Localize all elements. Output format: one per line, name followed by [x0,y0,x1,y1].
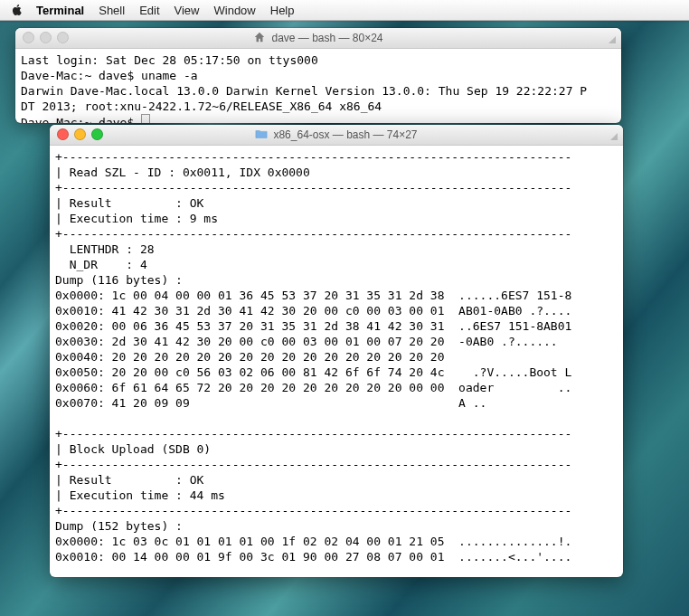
terminal-line: 0x0070: 41 20 09 09 A .. [55,396,486,410]
terminal-body[interactable]: +---------------------------------------… [50,146,623,568]
system-menubar: Terminal Shell Edit View Window Help [0,0,689,21]
terminal-line: 0x0040: 20 20 20 20 20 20 20 20 20 20 20… [55,350,571,364]
terminal-line: +---------------------------------------… [55,504,571,517]
terminal-line: 0x0050: 20 20 00 c0 56 03 02 06 00 81 42… [55,365,571,379]
menu-edit[interactable]: Edit [139,4,159,17]
terminal-line: 0x0010: 00 14 00 00 01 9f 00 3c 01 90 00… [55,550,571,564]
terminal-line: 0x0030: 2d 30 41 42 30 20 00 c0 00 03 00… [55,335,571,348]
minimize-icon[interactable] [74,128,86,140]
terminal-window-2[interactable]: x86_64-osx — bash — 74×27 +-------------… [50,125,623,577]
zoom-icon[interactable] [91,128,103,140]
close-icon[interactable] [57,128,69,140]
folder-icon [255,128,268,143]
terminal-line: +---------------------------------------… [55,458,571,471]
terminal-line: +---------------------------------------… [55,150,571,164]
terminal-line: 0x0020: 00 06 36 45 53 37 20 31 35 31 2d… [55,319,571,333]
proxy-corner-icon[interactable] [605,33,616,43]
traffic-lights [57,128,103,140]
terminal-line: 0x0000: 1c 03 0c 01 01 01 01 00 1f 02 02… [55,535,571,548]
terminal-body[interactable]: Last login: Sat Dec 28 05:17:50 on ttys0… [15,49,621,123]
menubar-app-name[interactable]: Terminal [36,4,84,17]
menu-shell[interactable]: Shell [99,4,125,17]
terminal-line: | Read SZL - ID : 0x0011, IDX 0x0000 [55,166,310,179]
terminal-line: Last login: Sat Dec 28 05:17:50 on ttys0… [21,53,318,67]
window-title: x86_64-osx — bash — 74×27 [273,128,417,141]
zoom-icon[interactable] [57,32,69,43]
terminal-line: +---------------------------------------… [55,181,571,194]
home-icon [253,31,266,46]
terminal-line: | Execution time : 9 ms [55,212,218,225]
terminal-line: | Result : OK [55,196,203,210]
terminal-line: 0x0010: 41 42 30 31 2d 30 41 42 30 20 00… [55,304,571,317]
close-icon[interactable] [23,32,34,43]
terminal-line: Darwin Dave-Mac.local 13.0.0 Darwin Kern… [21,84,587,98]
terminal-line: Dump (116 bytes) : [55,273,183,287]
terminal-line: Dump (152 bytes) : [55,519,183,533]
terminal-window-1[interactable]: dave — bash — 80×24 Last login: Sat Dec … [15,28,621,123]
traffic-lights [23,32,69,43]
terminal-line: Dave-Mac:~ dave$ uname -a [21,69,198,82]
menu-view[interactable]: View [175,4,200,17]
terminal-prompt: Dave-Mac:~ dave$ [21,116,141,123]
titlebar[interactable]: dave — bash — 80×24 [15,28,621,49]
terminal-line: LENTHDR : 28 [55,242,155,256]
terminal-line: +---------------------------------------… [55,227,571,241]
terminal-line: | Block Upload (SDB 0) [55,442,211,456]
terminal-line: N_DR : 4 [55,258,147,271]
terminal-line: | Result : OK [55,473,203,487]
menu-help[interactable]: Help [270,4,295,17]
window-title: dave — bash — 80×24 [271,32,382,44]
terminal-line: 0x0060: 6f 61 64 65 72 20 20 20 20 20 20… [55,381,571,394]
menu-window[interactable]: Window [214,4,256,17]
titlebar[interactable]: x86_64-osx — bash — 74×27 [50,125,623,146]
desktop: Terminal Shell Edit View Window Help dav… [0,0,689,616]
terminal-line: +---------------------------------------… [55,427,571,441]
terminal-line: DT 2013; root:xnu-2422.1.72~6/RELEASE_X8… [21,100,382,113]
terminal-line: | Execution time : 44 ms [55,488,225,502]
minimize-icon[interactable] [40,32,52,43]
apple-menu-icon[interactable] [11,4,24,16]
terminal-line: 0x0000: 1c 00 04 00 00 01 36 45 53 37 20… [55,289,571,302]
proxy-corner-icon[interactable] [607,129,618,140]
cursor-icon [141,114,150,123]
